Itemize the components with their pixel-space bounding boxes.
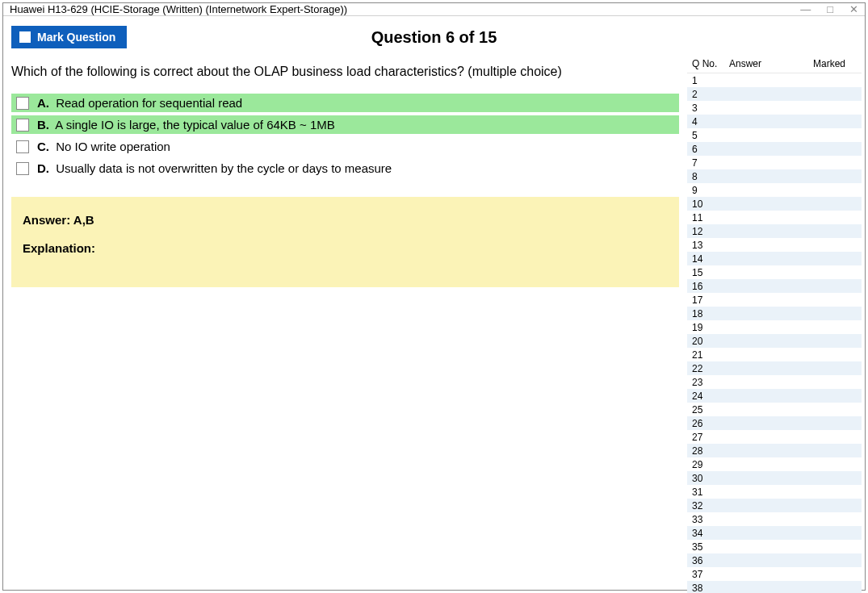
qlist-body[interactable]: 1234567891011121314151617181920212223242… (687, 73, 862, 593)
qlist-row[interactable]: 21 (687, 348, 862, 361)
exam-window: Huawei H13-629 (HCIE-Storage (Written) (… (2, 2, 866, 591)
qlist-row[interactable]: 25 (687, 403, 862, 416)
option-text: D. Usually data is not overwritten by th… (37, 161, 392, 175)
qlist-row[interactable]: 10 (687, 197, 862, 211)
close-icon[interactable]: ✕ (849, 3, 858, 15)
question-text: Which of the following is correct about … (11, 65, 679, 79)
options-list: A. Read operation for sequential readB. … (11, 94, 679, 177)
qlist-row[interactable]: 7 (687, 156, 862, 169)
option-checkbox[interactable] (16, 140, 29, 153)
explanation-label: Explanation: (23, 241, 668, 255)
qlist-row[interactable]: 14 (687, 252, 862, 265)
answer-label: Answer: A,B (23, 213, 94, 227)
qlist-row[interactable]: 2 (687, 87, 862, 101)
question-list-pane: Q No. Answer Marked 12345678910111213141… (687, 55, 865, 593)
option-text: A. Read operation for sequential read (37, 96, 242, 110)
qlist-row[interactable]: 27 (687, 430, 862, 444)
qlist-row[interactable]: 24 (687, 389, 862, 403)
qlist-row[interactable]: 36 (687, 553, 862, 567)
qlist-row[interactable]: 11 (687, 211, 862, 224)
titlebar: Huawei H13-629 (HCIE-Storage (Written) (… (3, 3, 865, 16)
qlist-row[interactable]: 20 (687, 334, 862, 348)
qlist-row[interactable]: 17 (687, 293, 862, 307)
qlist-row[interactable]: 29 (687, 457, 862, 471)
qlist-row[interactable]: 5 (687, 128, 862, 142)
qlist-row[interactable]: 38 (687, 581, 862, 593)
qlist-row[interactable]: 32 (687, 499, 862, 512)
mark-checkbox-icon (19, 31, 31, 43)
col-marked: Marked (802, 58, 857, 69)
qlist-row[interactable]: 31 (687, 485, 862, 499)
question-pane: Which of the following is correct about … (3, 55, 687, 593)
qlist-row[interactable]: 26 (687, 416, 862, 430)
mark-question-button[interactable]: Mark Question (11, 26, 127, 48)
qlist-row[interactable]: 16 (687, 279, 862, 293)
qlist-row[interactable]: 19 (687, 320, 862, 334)
qlist-row[interactable]: 9 (687, 183, 862, 197)
qlist-row[interactable]: 23 (687, 375, 862, 389)
option-row[interactable]: B. A single IO is large, the typical val… (11, 115, 679, 134)
option-text: B. A single IO is large, the typical val… (37, 118, 335, 132)
qlist-row[interactable]: 1 (687, 73, 862, 87)
question-number: Question 6 of 15 (371, 28, 497, 47)
minimize-icon[interactable]: — (800, 3, 811, 15)
option-row[interactable]: C. No IO write operation (11, 137, 679, 156)
qlist-row[interactable]: 3 (687, 101, 862, 115)
option-text: C. No IO write operation (37, 140, 170, 153)
qlist-row[interactable]: 12 (687, 224, 862, 238)
qlist-row[interactable]: 8 (687, 169, 862, 183)
option-checkbox[interactable] (16, 162, 29, 175)
content: Mark Question Question 6 of 15 Which of … (3, 16, 865, 593)
col-answer: Answer (729, 58, 802, 69)
maximize-icon[interactable]: □ (827, 3, 833, 15)
qlist-row[interactable]: 34 (687, 526, 862, 540)
option-checkbox[interactable] (16, 119, 29, 132)
qlist-row[interactable]: 4 (687, 115, 862, 128)
qlist-row[interactable]: 18 (687, 307, 862, 320)
window-title: Huawei H13-629 (HCIE-Storage (Written) (… (10, 3, 347, 15)
qlist-row[interactable]: 15 (687, 265, 862, 279)
window-controls: — □ ✕ (800, 3, 858, 15)
qlist-row[interactable]: 35 (687, 540, 862, 553)
qlist-row[interactable]: 6 (687, 142, 862, 156)
option-row[interactable]: D. Usually data is not overwritten by th… (11, 159, 679, 177)
option-checkbox[interactable] (16, 97, 29, 110)
qlist-row[interactable]: 30 (687, 471, 862, 485)
main-area: Which of the following is correct about … (3, 55, 865, 593)
qlist-header: Q No. Answer Marked (687, 55, 862, 73)
answer-box: Answer: A,B Explanation: (11, 197, 679, 287)
qlist-row[interactable]: 22 (687, 361, 862, 375)
mark-label: Mark Question (37, 31, 115, 44)
col-qno: Q No. (692, 58, 729, 69)
qlist-row[interactable]: 28 (687, 444, 862, 457)
qlist-row[interactable]: 33 (687, 512, 862, 526)
qlist-row[interactable]: 37 (687, 567, 862, 581)
option-row[interactable]: A. Read operation for sequential read (11, 94, 679, 112)
top-row: Mark Question Question 6 of 15 (3, 16, 865, 55)
qlist-row[interactable]: 13 (687, 238, 862, 252)
